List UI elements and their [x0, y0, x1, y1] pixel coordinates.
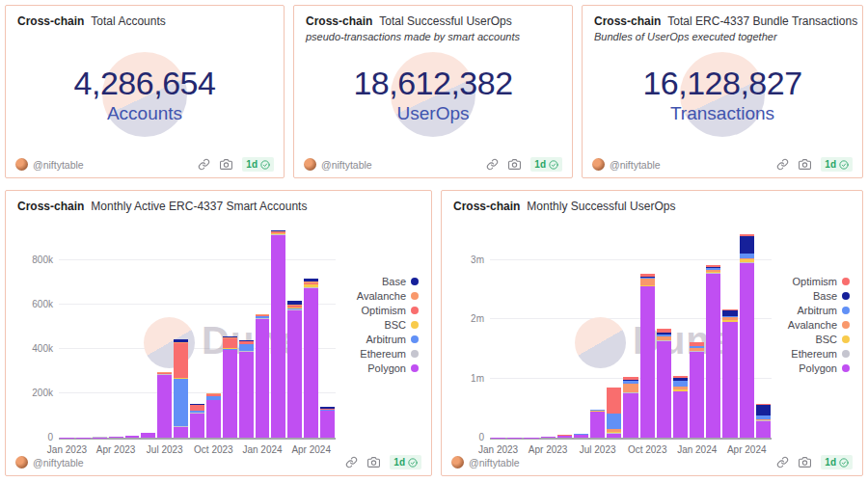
- author-link[interactable]: @niftytable: [451, 456, 520, 469]
- bar-mar-2023[interactable]: [92, 228, 108, 438]
- legend-item-arbitrum[interactable]: Arbitrum: [366, 334, 419, 345]
- bar-segment-polygon: [557, 436, 572, 438]
- y-axis-tick-label: 2m: [446, 313, 484, 324]
- card-subtitle: pseudo-transactions made by smart accoun…: [306, 31, 520, 42]
- author-link[interactable]: @niftytable: [15, 456, 84, 469]
- chart-legend: BaseAvalancheOptimismBSCArbitrumEthereum…: [357, 276, 419, 374]
- bar-jun-2023[interactable]: [573, 228, 589, 438]
- embed-link-icon[interactable]: [776, 158, 789, 171]
- bar-aug-2023[interactable]: [173, 228, 189, 438]
- card-tag: Cross-chain: [594, 14, 661, 28]
- bar-jan-2024[interactable]: [255, 228, 271, 438]
- legend-item-base[interactable]: Base: [813, 290, 850, 302]
- bar-series: [490, 228, 772, 438]
- bar-may-2024[interactable]: [319, 228, 336, 438]
- bar-may-2023[interactable]: [124, 228, 141, 438]
- bar-jan-2024[interactable]: [689, 228, 705, 438]
- legend-label: Base: [813, 290, 837, 302]
- card-title[interactable]: Monthly Successful UserOps: [527, 200, 675, 213]
- camera-icon[interactable]: [799, 456, 811, 469]
- embed-link-icon[interactable]: [776, 456, 789, 469]
- bar-jul-2023[interactable]: [589, 228, 606, 438]
- embed-link-icon[interactable]: [345, 456, 358, 469]
- bar-oct-2023[interactable]: [639, 228, 656, 438]
- refresh-badge[interactable]: 1d: [530, 157, 562, 172]
- bar-mar-2023[interactable]: [523, 228, 539, 438]
- check-circle-icon: [549, 160, 558, 170]
- y-axis-tick-label: 400k: [14, 343, 53, 354]
- bar-feb-2023[interactable]: [75, 228, 92, 438]
- embed-link-icon[interactable]: [198, 158, 210, 171]
- legend-item-ethereum[interactable]: Ethereum: [360, 348, 419, 360]
- bar-apr-2023[interactable]: [108, 228, 124, 438]
- author-handle: @niftytable: [321, 159, 372, 171]
- legend-item-arbitrum[interactable]: Arbitrum: [797, 305, 850, 316]
- card-title[interactable]: Total ERC-4337 Bundle Transactions: [667, 14, 857, 28]
- card-title[interactable]: Total Successful UserOps: [379, 14, 511, 28]
- refresh-badge[interactable]: 1d: [821, 157, 853, 172]
- bar-aug-2023[interactable]: [606, 228, 622, 438]
- legend-item-bsc[interactable]: BSC: [815, 334, 850, 345]
- embed-link-icon[interactable]: [486, 158, 499, 171]
- bar-feb-2024[interactable]: [270, 228, 286, 438]
- bar-feb-2024[interactable]: [705, 228, 721, 438]
- bar-oct-2023[interactable]: [205, 228, 222, 438]
- bar-nov-2023[interactable]: [656, 228, 672, 438]
- bar-dec-2023[interactable]: [672, 228, 689, 438]
- chart-card-monthly-active-smart-accounts: Cross-chainMonthly Active ERC-4337 Smart…: [5, 190, 432, 476]
- bar-may-2024[interactable]: [755, 228, 772, 438]
- bar-jan-2023[interactable]: [59, 228, 75, 438]
- counter-body: 4,286,654 Accounts: [6, 39, 284, 150]
- camera-icon[interactable]: [508, 158, 521, 171]
- bar-feb-2023[interactable]: [506, 228, 523, 438]
- author-link[interactable]: @niftytable: [592, 158, 661, 171]
- card-title[interactable]: Total Accounts: [91, 14, 165, 28]
- bar-dec-2023[interactable]: [238, 228, 255, 438]
- legend-item-avalanche[interactable]: Avalanche: [788, 319, 850, 331]
- refresh-interval: 1d: [246, 159, 258, 170]
- x-axis-tick-label: Apr 2023: [96, 444, 136, 455]
- footer-actions: 1d: [486, 157, 562, 172]
- bar-nov-2023[interactable]: [222, 228, 238, 438]
- bar-jan-2023[interactable]: [490, 228, 506, 438]
- bar-segment-optimism: [223, 338, 237, 348]
- author-handle: @niftytable: [610, 159, 661, 171]
- legend-item-polygon[interactable]: Polygon: [367, 362, 419, 374]
- legend-item-avalanche[interactable]: Avalanche: [357, 290, 419, 302]
- bar-segment-polygon: [623, 393, 637, 438]
- bar-jul-2023[interactable]: [156, 228, 173, 438]
- legend-item-optimism[interactable]: Optimism: [362, 305, 419, 316]
- bar-segment-arbitrum: [239, 344, 254, 351]
- camera-icon[interactable]: [799, 158, 811, 171]
- bar-mar-2024[interactable]: [721, 228, 738, 438]
- legend-item-base[interactable]: Base: [382, 276, 419, 287]
- legend-item-ethereum[interactable]: Ethereum: [791, 348, 850, 360]
- refresh-badge[interactable]: 1d: [390, 455, 421, 469]
- bar-segment-avalanche: [640, 279, 655, 285]
- y-axis-tick-label: 0: [446, 432, 484, 442]
- legend-item-polygon[interactable]: Polygon: [799, 362, 850, 374]
- bar-mar-2024[interactable]: [286, 228, 303, 438]
- bar-sep-2023[interactable]: [189, 228, 205, 438]
- bar-sep-2023[interactable]: [622, 228, 638, 438]
- refresh-badge[interactable]: 1d: [242, 157, 274, 172]
- bar-apr-2024[interactable]: [739, 228, 755, 438]
- author-link[interactable]: @niftytable: [304, 158, 372, 171]
- author-avatar: [592, 158, 605, 171]
- legend-item-optimism[interactable]: Optimism: [793, 276, 850, 287]
- author-link[interactable]: @niftytable: [15, 158, 84, 171]
- bar-apr-2023[interactable]: [540, 228, 556, 438]
- refresh-badge[interactable]: 1d: [821, 455, 853, 469]
- camera-icon[interactable]: [220, 158, 232, 171]
- legend-item-bsc[interactable]: BSC: [384, 319, 419, 331]
- bar-series: [59, 228, 336, 438]
- bar-jun-2023[interactable]: [140, 228, 156, 438]
- camera-icon[interactable]: [367, 456, 380, 469]
- bar-apr-2024[interactable]: [303, 228, 319, 438]
- bar-segment-polygon: [141, 433, 155, 438]
- bar-segment-polygon: [590, 412, 605, 438]
- legend-color-dot: [411, 350, 419, 358]
- bar-may-2023[interactable]: [556, 228, 573, 438]
- card-title[interactable]: Monthly Active ERC-4337 Smart Accounts: [91, 200, 307, 213]
- bar-segment-polygon: [320, 411, 335, 438]
